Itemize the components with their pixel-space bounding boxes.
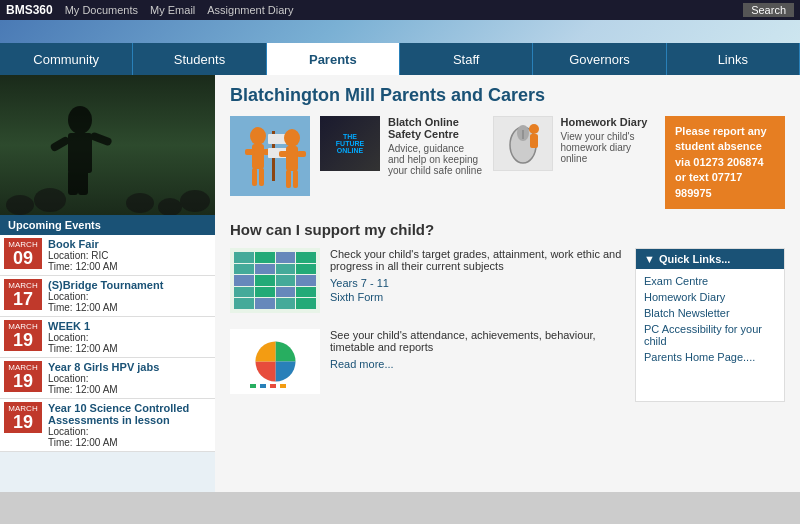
years7-11-link[interactable]: Years 7 - 11: [330, 277, 389, 289]
feature-row: THEFUTUREONLINE Blatch Online Safety Cen…: [320, 116, 655, 176]
homework-desc: View your child's homework diary online: [561, 131, 656, 164]
event-info: Year 10 Science Controlled Assessments i…: [48, 402, 211, 448]
support-and-quicklinks: Check your child's target grades, attain…: [230, 248, 785, 402]
quick-link-item[interactable]: Exam Centre: [644, 275, 776, 287]
top-section: THEFUTUREONLINE Blatch Online Safety Cen…: [230, 116, 785, 209]
quick-link-item[interactable]: Parents Home Page....: [644, 351, 776, 363]
event-title[interactable]: Year 8 Girls HPV jabs: [48, 361, 211, 373]
read-more-link[interactable]: Read more...: [330, 358, 394, 370]
svg-rect-36: [260, 384, 266, 388]
svg-point-7: [6, 195, 34, 215]
safety-thumb: THEFUTUREONLINE: [320, 116, 380, 171]
content-area: Blatchington Mill Parents and Carers: [215, 75, 800, 492]
safety-card: THEFUTUREONLINE Blatch Online Safety Cen…: [320, 116, 483, 176]
safety-title[interactable]: Blatch Online Safety Centre: [388, 116, 483, 140]
event-title[interactable]: Book Fair: [48, 238, 211, 250]
nav-tabs: Community Students Parents Staff Governo…: [0, 43, 800, 75]
search-button[interactable]: Search: [743, 3, 794, 17]
sidebar: Upcoming Events MARCH 09 Book Fair Locat…: [0, 75, 215, 492]
grades-desc: Check your child's target grades, attain…: [330, 248, 625, 272]
safety-info: Blatch Online Safety Centre Advice, guid…: [388, 116, 483, 176]
homework-info: Homework Diary View your child's homewor…: [561, 116, 656, 164]
tab-staff[interactable]: Staff: [400, 43, 533, 75]
main-area: Upcoming Events MARCH 09 Book Fair Locat…: [0, 75, 800, 492]
upcoming-events-header: Upcoming Events: [0, 215, 215, 235]
quick-link-item[interactable]: Homework Diary: [644, 291, 776, 303]
diary-thumb: [493, 116, 553, 171]
event-location: Location:: [48, 426, 211, 437]
event-location: Location:: [48, 291, 211, 302]
brand-logo[interactable]: BMS360: [6, 3, 53, 17]
quick-links-list: Exam CentreHomework DiaryBlatch Newslett…: [636, 269, 784, 369]
svg-point-8: [34, 188, 66, 212]
feature-cards: THEFUTUREONLINE Blatch Online Safety Cen…: [320, 116, 655, 188]
quick-links-header[interactable]: ▼ Quick Links...: [636, 249, 784, 269]
svg-rect-35: [250, 384, 256, 388]
event-title[interactable]: WEEK 1: [48, 320, 211, 332]
event-item: MARCH 19 Year 8 Girls HPV jabs Location:…: [0, 358, 215, 399]
event-info: Book Fair Location: RIC Time: 12:00 AM: [48, 238, 211, 272]
event-date: MARCH 19: [4, 402, 42, 433]
attendance-desc: See your child's attendance, achievement…: [330, 329, 625, 353]
event-date: MARCH 09: [4, 238, 42, 269]
event-item: MARCH 19 WEEK 1 Location: Time: 12:00 AM: [0, 317, 215, 358]
header-banner: Community Students Parents Staff Governo…: [0, 20, 800, 75]
top-bar: BMS360 My Documents My Email Assignment …: [0, 0, 800, 20]
event-time: Time: 12:00 AM: [48, 302, 211, 313]
homework-title[interactable]: Homework Diary: [561, 116, 656, 128]
grades-thumb: [230, 248, 320, 313]
svg-rect-24: [279, 151, 288, 157]
svg-point-13: [250, 127, 266, 145]
quick-link-item[interactable]: Blatch Newsletter: [644, 307, 776, 319]
svg-rect-26: [286, 170, 291, 188]
tab-parents[interactable]: Parents: [267, 43, 400, 75]
svg-point-1: [68, 106, 92, 134]
support-items: Check your child's target grades, attain…: [230, 248, 625, 402]
quick-links-box: ▼ Quick Links... Exam CentreHomework Dia…: [635, 248, 785, 402]
svg-point-32: [529, 124, 539, 134]
svg-rect-18: [259, 168, 264, 186]
attendance-thumb: [230, 329, 320, 394]
svg-rect-15: [245, 149, 255, 155]
support-item-attendance: See your child's attendance, achievement…: [230, 329, 625, 394]
support-heading: How can I support my child?: [230, 221, 785, 238]
homework-card: Homework Diary View your child's homewor…: [493, 116, 656, 176]
support-item-grades: Check your child's target grades, attain…: [230, 248, 625, 313]
event-time: Time: 12:00 AM: [48, 437, 211, 448]
event-info: (S)Bridge Tournament Location: Time: 12:…: [48, 279, 211, 313]
event-date: MARCH 19: [4, 361, 42, 392]
page-title-link[interactable]: Blatchington Mill Parents and Carers: [230, 85, 785, 106]
event-title[interactable]: Year 10 Science Controlled Assessments i…: [48, 402, 211, 426]
event-title[interactable]: (S)Bridge Tournament: [48, 279, 211, 291]
svg-rect-14: [252, 144, 264, 169]
event-time: Time: 12:00 AM: [48, 384, 211, 395]
event-time: Time: 12:00 AM: [48, 343, 211, 354]
event-item: MARCH 19 Year 10 Science Controlled Asse…: [0, 399, 215, 452]
event-date: MARCH 19: [4, 320, 42, 351]
my-documents-link[interactable]: My Documents: [65, 4, 138, 16]
safety-desc: Advice, guidance and help on keeping you…: [388, 143, 483, 176]
event-location: Location:: [48, 332, 211, 343]
event-info: WEEK 1 Location: Time: 12:00 AM: [48, 320, 211, 354]
event-location: Location: RIC: [48, 250, 211, 261]
page-banner: [230, 116, 310, 196]
my-email-link[interactable]: My Email: [150, 4, 195, 16]
svg-rect-27: [293, 170, 298, 188]
svg-rect-6: [78, 170, 88, 195]
grades-info: Check your child's target grades, attain…: [330, 248, 625, 304]
tab-community[interactable]: Community: [0, 43, 133, 75]
sixth-form-link[interactable]: Sixth Form: [330, 291, 383, 303]
quick-link-item[interactable]: PC Accessibility for your child: [644, 323, 776, 347]
svg-point-9: [126, 193, 154, 213]
absence-box: Please report any student absence via 01…: [665, 116, 785, 209]
svg-rect-37: [270, 384, 276, 388]
tab-links[interactable]: Links: [667, 43, 800, 75]
svg-point-22: [284, 129, 300, 147]
svg-rect-5: [68, 170, 78, 195]
event-date: MARCH 17: [4, 279, 42, 310]
support-section: How can I support my child?: [230, 221, 785, 402]
sidebar-image: [0, 75, 215, 215]
tab-students[interactable]: Students: [133, 43, 266, 75]
assignment-diary-link[interactable]: Assignment Diary: [207, 4, 293, 16]
tab-governors[interactable]: Governors: [533, 43, 666, 75]
